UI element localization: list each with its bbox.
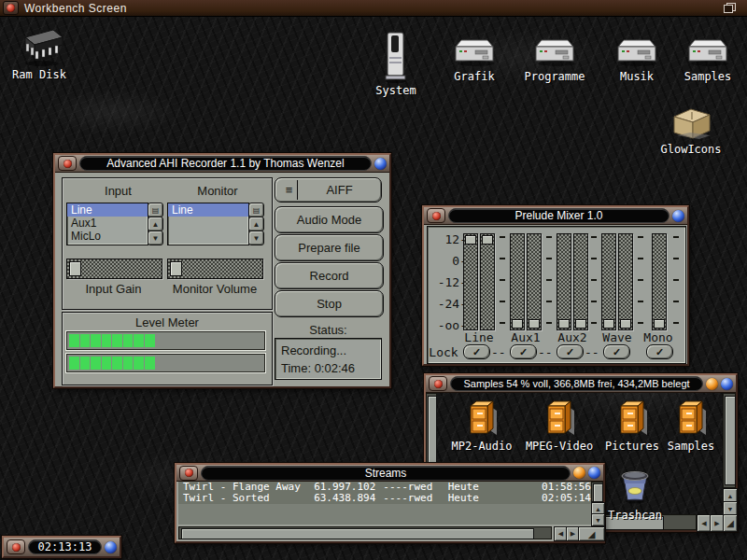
slider-knob[interactable] [575,319,586,329]
depth-sphere-icon[interactable] [721,378,733,390]
depth-sphere-icon[interactable] [672,210,684,222]
list-drag-icon[interactable]: ▤ [248,203,264,217]
scroll-down-icon[interactable]: ▼ [591,513,605,526]
input-gain-slider[interactable] [66,259,162,279]
drawer-icon [543,399,575,439]
red-ball-icon [63,160,72,168]
folder-mpeg-video[interactable]: MPEG-Video [517,399,601,453]
meter-segment [102,357,112,370]
aux2-left-slider[interactable] [557,233,571,330]
monitor-list[interactable]: Line [167,203,249,245]
drawer-icon [466,399,498,439]
right-scrollbar[interactable] [723,393,736,488]
line-left-slider[interactable] [463,233,478,330]
streams-titlebar[interactable]: Streams [176,465,603,482]
lock-checkbox-aux1[interactable]: ✓ [510,344,537,359]
icon-trashcan[interactable]: Trashcan [599,467,670,522]
slider-knob[interactable] [69,261,81,276]
list-drag-icon[interactable]: ▤ [148,203,163,217]
resize-icon[interactable]: ◢ [723,514,738,532]
resize-icon[interactable]: ◢ [578,526,605,541]
close-icon[interactable] [58,156,77,171]
lock-separator: -- [585,345,599,359]
file-row[interactable]: Twirl - Sorted 63.438.894 ----rwed Heute… [178,493,591,504]
scroll-up-icon[interactable]: ▲ [248,217,264,231]
ahi-titlebar[interactable]: Advanced AHI Recorder 1.1 by Thomas Wenz… [55,155,389,173]
scrollbar-thumb[interactable] [593,483,603,502]
scrollbar-thumb[interactable] [725,396,736,485]
depth-sphere-icon[interactable] [588,467,600,479]
list-item[interactable]: Aux1 [67,217,148,230]
list-item[interactable]: MicLo [67,230,148,243]
button-label: Record [310,269,349,283]
input-label: Input [74,184,162,198]
slider-knob[interactable] [482,235,493,245]
slider-knob[interactable] [558,319,570,329]
icon-samples[interactable]: Samples [672,37,743,83]
red-ball-icon [7,4,15,12]
slider-knob[interactable] [170,261,182,276]
screen-menu-icon[interactable] [3,1,19,15]
close-icon[interactable] [179,466,198,481]
zoom-sphere-icon[interactable] [706,378,718,390]
zoom-sphere-icon[interactable] [573,467,585,479]
icon-system[interactable]: System [368,31,424,97]
scroll-down-icon[interactable]: ▼ [248,231,264,245]
close-icon[interactable] [429,376,447,391]
mono-slider[interactable] [652,233,667,330]
format-button-label: AIFF [326,183,352,197]
slider-knob[interactable] [620,319,631,329]
depth-sphere-icon[interactable] [105,541,117,553]
button-label: Prepare file [298,241,359,255]
folder-samples[interactable]: Samples [661,399,721,453]
icon-musik[interactable]: Musik [607,37,667,83]
close-icon[interactable] [427,208,445,223]
icon-label: MP2-Audio [451,440,512,453]
format-button[interactable]: ≡ AIFF [275,177,382,203]
right-scrollbar[interactable] [591,482,603,502]
meter-segment [166,357,176,370]
lock-checkbox-mono[interactable]: ✓ [646,344,673,359]
wave-left-slider[interactable] [601,233,616,330]
list-item[interactable]: Line [168,203,248,217]
icon-grafik[interactable]: Grafik [444,37,504,83]
icon-ramdisk[interactable]: Ram Disk [4,26,75,81]
scrollbar-thumb[interactable] [181,528,534,539]
mixer-titlebar[interactable]: Prelude Mixer 1.0 [424,207,687,225]
slider-knob[interactable] [654,319,665,329]
slider-knob[interactable] [465,235,476,245]
screen-depth-gadget[interactable] [724,3,736,13]
lock-checkbox-wave[interactable]: ✓ [603,344,630,359]
monitor-volume-slider[interactable] [167,259,263,279]
file-name: Twirl - Sorted [178,493,306,504]
slider-knob[interactable] [529,319,540,329]
aux1-right-slider[interactable] [527,233,542,330]
lock-checkbox-line[interactable]: ✓ [463,344,490,359]
wave-right-slider[interactable] [618,233,633,330]
slider-knob[interactable] [603,319,614,329]
input-list[interactable]: Line Aux1 MicLo [66,203,148,245]
record-button[interactable]: Record [275,262,384,289]
list-item[interactable]: Line [67,203,148,217]
file-list[interactable]: Twirl - Flange Away 61.997.102 ----rwed … [178,482,591,525]
icon-label: Trashcan [608,509,662,522]
bottom-scrollbar[interactable] [178,526,552,539]
clock-titlebar[interactable]: 02:13:13 [4,538,120,556]
aux2-right-slider[interactable] [573,233,588,330]
samples-titlebar[interactable]: Samples 54 % voll, 366,8MB frei, 434,2MB… [426,375,736,393]
audio-mode-button[interactable]: Audio Mode [275,206,384,233]
slider-knob[interactable] [512,319,523,329]
icon-programme[interactable]: Programme [514,37,596,83]
depth-sphere-icon[interactable] [374,158,387,170]
aux1-left-slider[interactable] [510,233,525,330]
lock-checkbox-aux2[interactable]: ✓ [557,344,584,359]
icon-glowicons[interactable]: GlowIcons [654,105,728,156]
folder-mp2-audio[interactable]: MP2-Audio [440,399,524,453]
line-right-slider[interactable] [480,233,495,330]
stop-button[interactable]: Stop [275,290,384,317]
scroll-down-icon[interactable]: ▼ [148,231,163,245]
scroll-up-icon[interactable]: ▲ [148,217,163,231]
prepare-file-button[interactable]: Prepare file [275,234,384,261]
close-icon[interactable] [7,539,25,554]
folder-pictures[interactable]: Pictures [596,399,669,453]
